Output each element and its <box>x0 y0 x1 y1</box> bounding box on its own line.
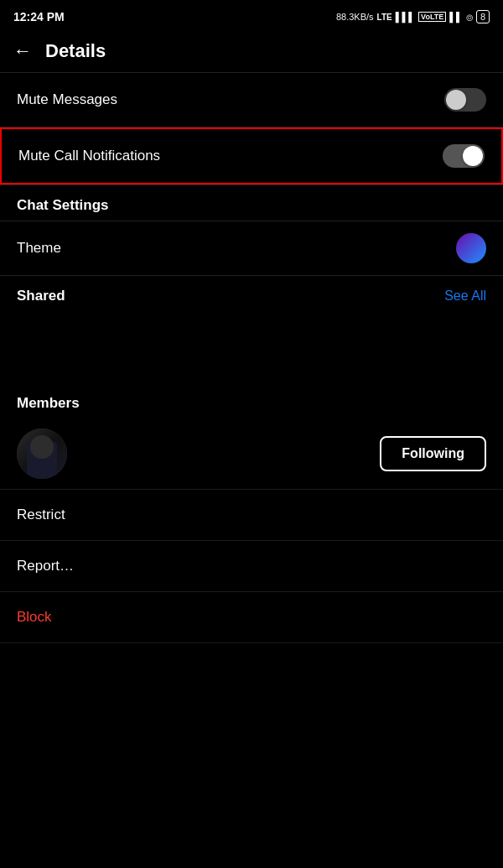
network-speed: 88.3KB/s <box>336 12 374 22</box>
mute-messages-toggle-container <box>444 88 486 112</box>
mute-call-notifications-row: Mute Call Notifications <box>0 127 503 185</box>
status-bar: 12:24 PM 88.3KB/s LTE ▌▌▌ VoLTE ▌▌ ⌾ 8 <box>0 0 503 30</box>
report-label: Report… <box>17 558 74 574</box>
mute-call-notifications-toggle[interactable] <box>443 144 485 168</box>
back-button[interactable]: ← <box>13 40 32 62</box>
content-spacer <box>0 316 503 383</box>
mute-call-notifications-label: Mute Call Notifications <box>18 148 160 164</box>
status-time: 12:24 PM <box>13 10 65 23</box>
members-section: Members <box>0 383 503 418</box>
block-row[interactable]: Block <box>0 592 503 643</box>
see-all-button[interactable]: See All <box>444 288 486 304</box>
theme-circle[interactable] <box>456 233 486 263</box>
battery-icon: 8 <box>476 10 490 23</box>
shared-row: Shared See All <box>0 276 503 316</box>
restrict-row[interactable]: Restrict <box>0 490 503 541</box>
restrict-label: Restrict <box>17 507 65 523</box>
following-button[interactable]: Following <box>380 436 486 471</box>
chat-settings-section: Chat Settings <box>0 185 503 221</box>
chat-settings-title: Chat Settings <box>17 197 109 213</box>
block-label: Block <box>17 609 52 626</box>
mute-call-notifications-knob <box>463 146 483 166</box>
avatar <box>17 429 67 479</box>
wifi-icon: ⌾ <box>466 10 473 23</box>
header: ← Details <box>0 30 503 72</box>
mute-call-notifications-toggle-container <box>443 144 485 168</box>
theme-label: Theme <box>17 240 61 257</box>
signal-icon-2: ▌▌ <box>449 12 463 22</box>
members-title: Members <box>17 395 80 411</box>
signal-icon-1: ▌▌▌ <box>396 12 415 22</box>
lte-icon: LTE <box>377 13 392 22</box>
report-row[interactable]: Report… <box>0 541 503 592</box>
member-row: Following <box>0 418 503 490</box>
page-title: Details <box>45 40 106 62</box>
status-icons: 88.3KB/s LTE ▌▌▌ VoLTE ▌▌ ⌾ 8 <box>336 10 490 23</box>
shared-label: Shared <box>17 288 65 304</box>
mute-messages-toggle[interactable] <box>444 88 486 112</box>
lte-icon-2: VoLTE <box>418 12 446 22</box>
mute-messages-knob <box>446 90 466 110</box>
mute-messages-row: Mute Messages <box>0 73 503 127</box>
avatar-image <box>17 429 67 479</box>
theme-row: Theme <box>0 221 503 275</box>
mute-messages-label: Mute Messages <box>17 91 117 108</box>
